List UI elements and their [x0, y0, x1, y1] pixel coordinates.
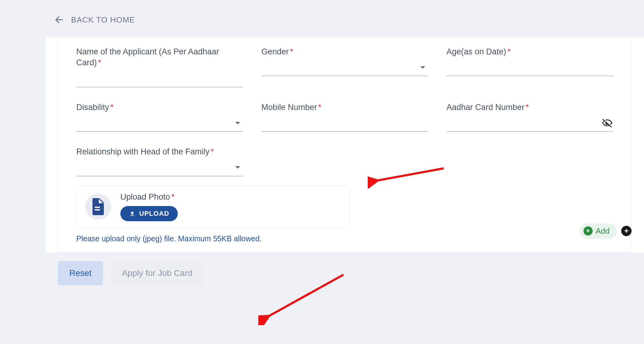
field-relationship: Relationship with Head of the Family*	[76, 144, 243, 176]
add-button[interactable]: + Add	[580, 223, 617, 239]
label-gender: Gender*	[261, 46, 428, 57]
upload-hint: Please upload only (jpeg) file. Maximum …	[76, 234, 613, 243]
svg-rect-1	[95, 207, 100, 208]
field-applicant-name: Name of the Applicant (As Per Aadhaar Ca…	[76, 44, 243, 87]
back-to-home-link[interactable]: BACK TO HOME	[0, 2, 644, 37]
label-applicant-name: Name of the Applicant (As Per Aadhaar Ca…	[76, 46, 243, 68]
apply-button[interactable]: Apply for Job Card	[110, 261, 204, 285]
input-aadhar[interactable]	[446, 115, 613, 132]
reset-button[interactable]: Reset	[58, 261, 103, 285]
arrow-left-icon	[54, 15, 64, 25]
chevron-down-icon	[420, 66, 425, 69]
select-relationship[interactable]	[76, 159, 243, 176]
back-label: BACK TO HOME	[71, 15, 135, 25]
document-icon	[85, 194, 111, 220]
upload-button[interactable]: UPLOAD	[120, 206, 178, 221]
svg-rect-2	[95, 209, 100, 211]
field-age: Age(as on Date)*	[446, 44, 613, 87]
upload-photo-label: Upload Photo*	[120, 192, 178, 202]
upload-photo-card: Upload Photo* UPLOAD	[76, 185, 350, 228]
form-inner-card: Name of the Applicant (As Per Aadhaar Ca…	[58, 37, 632, 253]
form-card: Name of the Applicant (As Per Aadhaar Ca…	[46, 37, 644, 253]
label-age: Age(as on Date)*	[446, 46, 613, 57]
chevron-down-icon	[235, 166, 240, 169]
upload-icon	[129, 210, 136, 217]
select-disability[interactable]	[76, 115, 243, 132]
plus-circle-icon: +	[584, 226, 593, 236]
field-gender: Gender*	[261, 44, 428, 87]
field-aadhar: Aadhar Card Number*	[446, 99, 613, 132]
select-gender[interactable]	[261, 59, 428, 76]
input-age[interactable]	[446, 59, 613, 76]
input-applicant-name[interactable]	[76, 70, 243, 87]
add-more-button[interactable]: +	[621, 226, 632, 236]
label-mobile: Mobile Number*	[261, 102, 428, 113]
label-relationship: Relationship with Head of the Family*	[76, 146, 243, 157]
input-mobile[interactable]	[261, 115, 428, 132]
field-mobile: Mobile Number*	[261, 99, 428, 132]
chevron-down-icon	[235, 122, 240, 124]
visibility-off-icon[interactable]	[602, 118, 613, 131]
label-aadhar: Aadhar Card Number*	[446, 102, 613, 113]
label-disability: Disability*	[76, 102, 243, 113]
field-disability: Disability*	[76, 99, 243, 132]
